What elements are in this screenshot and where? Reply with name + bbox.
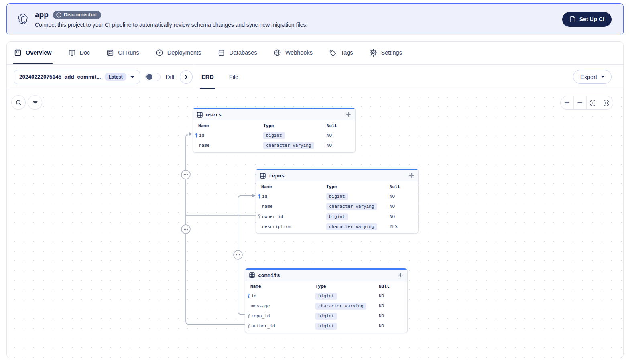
relation-expander[interactable] xyxy=(234,250,242,259)
zoom-in-button[interactable] xyxy=(561,96,574,109)
column-name: description xyxy=(262,224,291,229)
column-type-pill: bigint xyxy=(326,193,348,200)
set-up-ci-button[interactable]: Set Up CI xyxy=(562,12,612,27)
chevron-down-icon xyxy=(601,76,604,78)
tab-doc[interactable]: Doc xyxy=(67,42,91,64)
table-row: name character varying NO xyxy=(256,201,418,211)
primary-key-icon xyxy=(258,194,262,199)
export-button[interactable]: Export xyxy=(573,70,612,84)
table-header: commits xyxy=(245,270,407,281)
table-body: Name Type Null id bigint NO name xyxy=(193,121,355,152)
status-badge-label: Disconnected xyxy=(64,12,97,18)
arrowhead-repos-id xyxy=(252,194,256,197)
col-header-type: Type xyxy=(315,284,379,289)
column-type-pill: bigint xyxy=(315,323,337,330)
erd-canvas[interactable]: users Name Type Null xyxy=(7,89,623,358)
tab-overview[interactable]: Overview xyxy=(13,42,53,64)
table-row: owner_id bigint NO xyxy=(256,211,418,222)
column-type-pill: character varying xyxy=(263,142,314,149)
foreign-key-icon xyxy=(247,313,251,319)
col-header-null: Null xyxy=(327,123,355,128)
zoom-out-button[interactable] xyxy=(574,96,587,109)
column-null: NO xyxy=(379,323,407,329)
tab-deployments[interactable]: Deployments xyxy=(155,42,202,64)
migration-select[interactable]: 20240222075145_add_commit... Latest xyxy=(14,70,140,84)
erd-table-repos[interactable]: repos Name Type Null xyxy=(256,169,419,234)
fit-screen-icon xyxy=(603,100,609,106)
project-title: app xyxy=(35,10,49,19)
ci-banner: app Disconnected Connect this project to… xyxy=(6,3,624,35)
erd-table-users[interactable]: users Name Type Null xyxy=(193,108,356,153)
diff-toggle[interactable] xyxy=(145,73,161,81)
filter-button[interactable] xyxy=(28,95,42,110)
tab-databases[interactable]: Databases xyxy=(217,42,258,64)
tab-file[interactable]: File xyxy=(228,65,240,89)
col-header-type: Type xyxy=(263,123,327,128)
column-type-pill: bigint xyxy=(326,213,348,220)
tab-label: File xyxy=(229,74,238,80)
zoom-controls xyxy=(560,96,613,110)
tab-label: Overview xyxy=(26,49,52,56)
col-header-type: Type xyxy=(326,184,390,189)
project-nav: Overview Doc CI Runs Deployments xyxy=(7,42,623,65)
table-body: Name Type Null id bigint NO name xyxy=(256,182,418,233)
database-icon xyxy=(217,49,225,57)
table-icon xyxy=(260,173,266,179)
col-header-name: Name xyxy=(245,284,315,289)
plus-icon xyxy=(564,100,570,106)
table-column-headers: Name Type Null xyxy=(245,282,407,291)
tab-label: Deployments xyxy=(167,49,201,56)
tab-label: Databases xyxy=(229,49,257,56)
primary-key-icon xyxy=(247,293,251,299)
search-button[interactable] xyxy=(11,95,26,110)
arrowhead-users-id xyxy=(189,132,193,136)
tab-webhooks[interactable]: Webhooks xyxy=(273,42,313,64)
column-name: author_id xyxy=(251,323,275,329)
table-header: repos xyxy=(256,170,418,181)
tab-label: Tags xyxy=(341,49,353,56)
focus-center-icon xyxy=(590,100,596,106)
postgres-logo xyxy=(16,12,30,26)
board-icon xyxy=(14,49,22,57)
table-row: id bigint NO xyxy=(193,130,355,140)
move-handle-icon[interactable] xyxy=(409,173,414,178)
col-header-null: Null xyxy=(390,184,418,189)
search-icon xyxy=(15,99,22,106)
tab-label: Settings xyxy=(381,49,402,56)
alert-circle-icon xyxy=(56,12,62,18)
globe-icon xyxy=(274,49,281,57)
banner-message: Connect this project to your CI pipeline… xyxy=(35,22,307,28)
project-panel: Overview Doc CI Runs Deployments xyxy=(6,41,624,358)
move-handle-icon[interactable] xyxy=(346,112,351,117)
table-row: id bigint NO xyxy=(256,191,418,201)
table-body: Name Type Null id bigint NO message xyxy=(245,282,407,333)
table-name: users xyxy=(206,112,222,118)
column-type-pill: bigint xyxy=(315,293,337,300)
filter-icon xyxy=(32,99,39,106)
move-handle-icon[interactable] xyxy=(398,272,403,278)
fit-view-button[interactable] xyxy=(600,96,613,109)
export-label: Export xyxy=(580,74,597,80)
tab-label: ERD xyxy=(201,74,214,80)
column-type-pill: bigint xyxy=(263,132,285,139)
minus-icon xyxy=(577,100,583,106)
center-view-button[interactable] xyxy=(587,96,600,109)
column-name: id xyxy=(199,133,204,138)
column-name: repo_id xyxy=(251,313,270,319)
erd-table-commits[interactable]: commits Name Type Null xyxy=(245,268,408,333)
col-header-null: Null xyxy=(379,284,407,289)
next-migration-button[interactable] xyxy=(180,70,193,84)
tab-erd[interactable]: ERD xyxy=(200,65,215,89)
table-row: author_id bigint NO xyxy=(245,321,407,331)
view-controls: ERD File Export xyxy=(193,65,623,89)
col-header-name: Name xyxy=(256,184,326,189)
tab-settings[interactable]: Settings xyxy=(369,42,403,64)
checklist-icon xyxy=(106,49,114,57)
tab-ci-runs[interactable]: CI Runs xyxy=(106,42,140,64)
tab-tags[interactable]: Tags xyxy=(328,42,354,64)
col-header-name: Name xyxy=(193,123,263,128)
column-null: NO xyxy=(390,204,418,209)
foreign-key-icon xyxy=(258,214,262,219)
relation-expander[interactable] xyxy=(181,170,190,179)
relation-expander[interactable] xyxy=(181,225,190,234)
